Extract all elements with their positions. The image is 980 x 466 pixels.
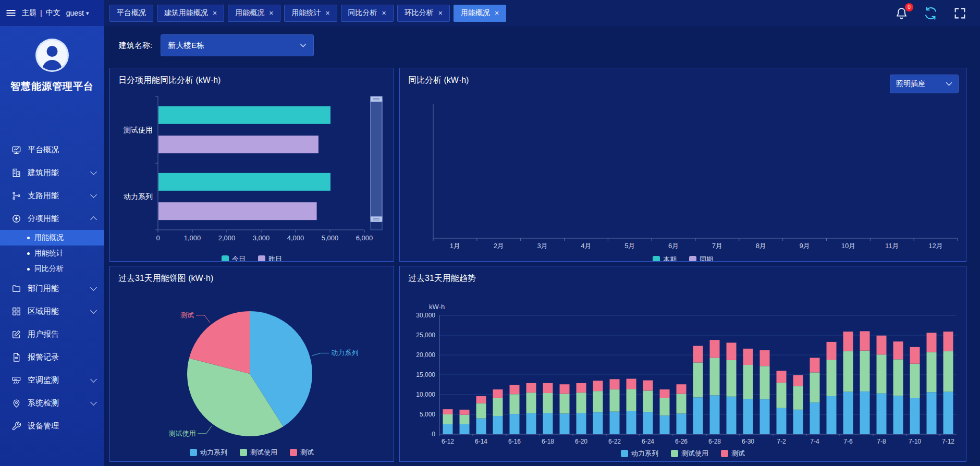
legend-swatch xyxy=(190,449,197,456)
sidebar-item-label: 平台概况 xyxy=(28,145,96,155)
svg-text:6-30: 6-30 xyxy=(742,438,754,445)
datazoom-handle[interactable] xyxy=(371,96,382,102)
tab-close-icon[interactable]: × xyxy=(325,9,329,17)
stack-segment-测试 xyxy=(510,385,520,394)
avatar-torso xyxy=(42,60,62,71)
datazoom-handle[interactable] xyxy=(371,217,382,222)
category-select[interactable]: 照明插座 xyxy=(890,75,959,93)
dashboard-grid: 日分项用能同比分析 (kW·h) 01,0002,0003,0004,0005,… xyxy=(109,68,966,462)
stack-segment-测试 xyxy=(793,375,803,386)
stack-segment-测试 xyxy=(643,381,653,391)
legend-label: 测试使用 xyxy=(681,449,708,458)
panel-daily-subitem-yoy: 日分项用能同比分析 (kW·h) 01,0002,0003,0004,0005,… xyxy=(109,68,394,262)
sidebar-item-label: 建筑用能 xyxy=(28,168,85,178)
stack-segment-测试使用 xyxy=(460,415,470,424)
tab-energy-overview-2[interactable]: 用能概况× xyxy=(454,5,506,22)
sidebar-item-device-management[interactable]: 设备管理 xyxy=(0,414,104,437)
svg-text:12月: 12月 xyxy=(928,242,942,250)
svg-text:30,000: 30,000 xyxy=(416,312,435,319)
stack-segment-测试 xyxy=(710,340,720,358)
tab-close-icon[interactable]: × xyxy=(495,9,499,17)
legend-item[interactable]: 同期 xyxy=(689,255,713,262)
subitem-icon xyxy=(11,214,21,224)
daily-subitem-yoy-chart: 01,0002,0003,0004,0005,0006,000测试使用动力系列 xyxy=(110,68,394,261)
chevron-down-icon xyxy=(90,191,97,198)
legend-item[interactable]: 昨日 xyxy=(258,254,282,262)
sidebar-subitem-energy-overview[interactable]: 用能概况 xyxy=(0,230,104,246)
svg-text:7-2: 7-2 xyxy=(777,438,786,445)
svg-text:6-12: 6-12 xyxy=(442,438,454,445)
language-switch[interactable]: 中文 xyxy=(46,8,60,18)
tab-close-icon[interactable]: × xyxy=(213,9,217,17)
sidebar-item-subitem-energy[interactable]: 分项用能 xyxy=(0,207,104,230)
tab-energy-statistics[interactable]: 用能统计× xyxy=(284,5,337,22)
tab-energy-overview-1[interactable]: 用能概况× xyxy=(228,5,280,22)
line-axes-svg: 1月2月3月4月5月6月7月8月9月10月11月12月 xyxy=(400,68,966,261)
legend-item[interactable]: 今日 xyxy=(222,254,246,262)
legend-item[interactable]: 本期 xyxy=(653,255,677,262)
stack-segment-测试使用 xyxy=(927,352,937,393)
legend-item[interactable]: 测试 xyxy=(290,448,314,457)
stack-segment-测试 xyxy=(560,384,570,394)
bullet-icon xyxy=(27,237,30,239)
datazoom-slider[interactable] xyxy=(371,96,382,230)
stack-segment-测试 xyxy=(893,341,903,359)
stack-segment-动力系列 xyxy=(944,392,953,434)
building-select[interactable]: 新大楼E栋 xyxy=(161,34,314,56)
sidebar-item-alarm-records[interactable]: 报警记录 xyxy=(0,346,104,369)
region-icon xyxy=(11,306,21,316)
sidebar-item-platform-overview[interactable]: 平台概况 xyxy=(0,138,104,161)
legend-item[interactable]: 测试使用 xyxy=(671,449,708,458)
filter-bar: 建筑名称: 新大楼E栋 xyxy=(119,34,980,56)
svg-text:9月: 9月 xyxy=(799,242,810,250)
refresh-icon[interactable] xyxy=(924,6,938,20)
pie-svg: 动力系列测试使用测试 xyxy=(110,266,394,461)
stack-segment-测试 xyxy=(860,331,870,350)
tab-label: 平台概况 xyxy=(117,8,146,18)
theme-switch[interactable]: 主题 xyxy=(22,8,36,18)
sidebar-item-region-energy[interactable]: 区域用能 xyxy=(0,300,104,323)
panel-title: 同比分析 (kW·h) xyxy=(408,75,469,86)
sidebar-item-branch-energy[interactable]: 支路用能 xyxy=(0,184,104,207)
stack-segment-测试使用 xyxy=(443,414,453,424)
sidebar-item-department-energy[interactable]: 部门用能 xyxy=(0,277,104,300)
stack-segment-动力系列 xyxy=(577,413,586,434)
stack-segment-测试 xyxy=(460,410,470,415)
legend-item[interactable]: 动力系列 xyxy=(621,449,658,458)
stack-segment-测试使用 xyxy=(810,372,820,402)
chevron-up-icon xyxy=(90,216,97,223)
stack-segment-测试使用 xyxy=(493,398,503,416)
fullscreen-icon[interactable] xyxy=(953,7,966,20)
tab-close-icon[interactable]: × xyxy=(269,9,273,17)
sidebar-item-building-energy[interactable]: 建筑用能 xyxy=(0,161,104,184)
tab-building-energy-overview[interactable]: 建筑用能概况× xyxy=(157,5,224,22)
sidebar-item-hvac-monitoring[interactable]: 空调监测 xyxy=(0,369,104,391)
tab-close-icon[interactable]: × xyxy=(382,9,386,17)
tab-label: 用能统计 xyxy=(291,8,321,18)
legend-item[interactable]: 测试 xyxy=(721,449,745,458)
tab-close-icon[interactable]: × xyxy=(438,9,443,17)
sidebar-item-user-report[interactable]: 用户报告 xyxy=(0,323,104,346)
user-menu[interactable]: guest ▾ xyxy=(66,9,89,17)
chevron-down-icon xyxy=(946,82,952,87)
tab-platform-overview[interactable]: 平台概况 xyxy=(109,5,153,22)
tab-mom-analysis[interactable]: 环比分析× xyxy=(397,5,450,22)
hamburger-menu-icon[interactable] xyxy=(5,7,17,19)
legend-label: 测试 xyxy=(300,448,314,457)
legend-item[interactable]: 动力系列 xyxy=(190,448,227,457)
bar-昨日 xyxy=(158,202,317,220)
stack-segment-动力系列 xyxy=(777,408,787,434)
sidebar-item-system-detection[interactable]: 系统检测 xyxy=(0,391,104,414)
legend-label: 今日 xyxy=(232,254,246,262)
chart-legend: 今日昨日 xyxy=(110,254,394,262)
chevron-down-icon xyxy=(300,43,307,48)
svg-text:0: 0 xyxy=(432,431,435,438)
notification-bell-icon[interactable]: 0 xyxy=(895,7,908,20)
stack-segment-测试 xyxy=(577,383,586,393)
alarm-icon xyxy=(11,352,21,362)
sidebar-subitem-energy-statistics[interactable]: 用能统计 xyxy=(0,246,104,261)
tab-yoy-analysis[interactable]: 同比分析× xyxy=(341,5,394,22)
sidebar-item-label: 用户报告 xyxy=(28,329,96,339)
legend-item[interactable]: 测试使用 xyxy=(240,448,277,457)
sidebar-subitem-yoy-analysis[interactable]: 同比分析 xyxy=(0,261,104,277)
